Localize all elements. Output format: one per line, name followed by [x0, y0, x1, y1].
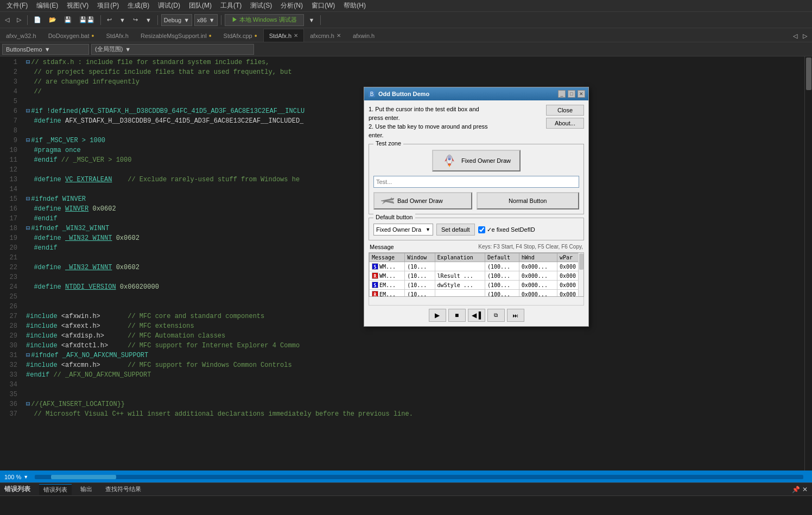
h-scrollbar-thumb[interactable]: [51, 475, 116, 479]
error-panel-pin-btn[interactable]: 📌: [792, 486, 800, 493]
dialog-top-row: 1. Put the cursor into the test edit box…: [369, 105, 584, 139]
toolbar-back-btn[interactable]: ◁: [2, 14, 12, 26]
set-default-button[interactable]: Set default: [436, 224, 475, 236]
checkbox-row: ✓e fixed SetDefID: [478, 226, 535, 233]
toolbar-open-btn[interactable]: 📂: [46, 14, 59, 26]
tab-scroll-left[interactable]: ◁: [790, 30, 800, 42]
toolbar-sep4: [221, 15, 221, 25]
menu-view[interactable]: 视图(V): [62, 0, 93, 11]
zoom-dropdown-icon[interactable]: ▼: [23, 474, 28, 480]
close-button[interactable]: Close: [546, 105, 584, 116]
toolbar-redo-drop-btn[interactable]: ▼: [143, 14, 154, 26]
skip-btn[interactable]: ⏭: [507, 309, 524, 322]
tab-afxwin[interactable]: afxwin.h: [347, 29, 380, 42]
tab-afxcmn[interactable]: afxcmn.h ✕: [304, 29, 347, 42]
bad-owner-draw-label: Bad Owner Draw: [397, 198, 443, 204]
message-table: Message Window Explanation Default hWnd …: [369, 253, 583, 297]
toolbar-sep2: [100, 15, 101, 25]
badge-r-2: R: [372, 291, 378, 297]
tab-stdafx-active[interactable]: StdAfx.h ✕: [263, 29, 304, 42]
error-tab-errors[interactable]: 错误列表: [39, 484, 72, 495]
menu-build[interactable]: 生成(B): [123, 0, 154, 11]
dialog-body: 1. Put the cursor into the test edit box…: [364, 100, 588, 326]
stop-btn[interactable]: ■: [448, 309, 466, 322]
scrollbar-thumb[interactable]: [806, 58, 811, 90]
dialog-minimize-btn[interactable]: _: [558, 90, 566, 98]
badge-s-1: S: [372, 263, 378, 270]
error-tab-find-symbols[interactable]: 查找符号结果: [101, 484, 145, 494]
error-tab-output[interactable]: 输出: [76, 484, 97, 494]
menu-help[interactable]: 帮助(H): [339, 0, 370, 11]
svg-marker-3: [445, 158, 447, 162]
code-line-37: // Microsoft Visual C++ will insert addi…: [26, 409, 804, 419]
test-input[interactable]: [373, 176, 579, 188]
menu-file[interactable]: 文件(F): [2, 0, 32, 11]
project-dropdown[interactable]: ButtonsDemo ▼: [2, 44, 89, 55]
toolbar-undo-drop-btn[interactable]: ▼: [117, 14, 128, 26]
line-numbers: 12345 678910 1112131415 1617181920 21222…: [0, 56, 22, 471]
dropdown-arrow-icon: ▼: [426, 227, 430, 232]
menu-debug[interactable]: 调试(D): [154, 0, 185, 11]
default-dropdown[interactable]: Fixed Owner Dra ▼: [373, 224, 433, 236]
bad-owner-draw-button[interactable]: Bad Owner Draw: [373, 192, 472, 209]
code-line-32: #include <afxcmn.h> // MFC support for W…: [26, 360, 804, 370]
scope-dropdown[interactable]: (全局范围) ▼: [91, 44, 254, 55]
menu-window[interactable]: 窗口(W): [307, 0, 339, 11]
error-panel-header: 错误列表 错误列表 输出 查找符号结果 📌 ✕: [0, 483, 812, 496]
editor-scrollbar[interactable]: [804, 56, 812, 471]
copy-btn[interactable]: ⧉: [487, 309, 505, 322]
dialog-title: Odd Button Demo: [378, 91, 556, 97]
play-btn[interactable]: ▶: [429, 309, 446, 322]
toolbar-save-all-btn[interactable]: 💾💾: [77, 14, 97, 26]
normal-button[interactable]: Normal Button: [477, 192, 580, 209]
run-dropdown-btn[interactable]: ▼: [306, 14, 318, 26]
dialog-icon: B: [367, 90, 376, 98]
test-zone-label: Test zone: [373, 140, 403, 147]
menu-tools[interactable]: 工具(T): [216, 0, 246, 11]
toolbar-undo-btn[interactable]: ↩: [104, 14, 115, 26]
code-line-1: ⊟// stdafx.h : include file for standard…: [26, 58, 804, 67]
error-panel-close-btn[interactable]: ✕: [802, 486, 808, 493]
toolbar-forward-btn[interactable]: ▷: [14, 14, 24, 26]
menu-team[interactable]: 团队(M): [185, 0, 216, 11]
code-line-33: #endif // _AFX_NO_AFXCMN_SUPPORT: [26, 370, 804, 380]
tab-dodoxygen[interactable]: DoDoxygen.bat •: [42, 29, 100, 42]
tab-resizable[interactable]: ResizableMsgSupport.inl •: [135, 29, 218, 42]
toolbar-redo-btn[interactable]: ↪: [130, 14, 141, 26]
statusbar: 100 % ▼: [0, 471, 812, 484]
fixed-owner-draw-button[interactable]: Fixed Owner Draw: [432, 150, 521, 171]
scopebar: ButtonsDemo ▼ (全局范围) ▼: [0, 42, 812, 56]
menu-project[interactable]: 项目(P): [93, 0, 123, 11]
code-line-36: ⊟//{AFX_INSERT_LOCATION}}: [26, 399, 804, 409]
horizontal-scrollbar[interactable]: [35, 475, 803, 479]
col-default: Default: [485, 253, 519, 262]
menu-analyze[interactable]: 分析(N): [276, 0, 307, 11]
tab-stdafx[interactable]: StdAfx.h: [100, 29, 135, 42]
dialog-close-btn[interactable]: ✕: [578, 90, 585, 98]
test-zone-groupbox: Test zone Fixe: [369, 144, 584, 214]
code-line-34: [26, 380, 804, 390]
arch-dropdown[interactable]: x86 ▼: [194, 14, 218, 26]
fixed-setdefid-checkbox[interactable]: [478, 226, 485, 233]
fixed-owner-draw-label: Fixed Owner Draw: [461, 157, 511, 164]
tab-scroll-right[interactable]: ▷: [800, 30, 810, 42]
toolbar-new-btn[interactable]: 📄: [31, 14, 44, 26]
error-panel-content: [0, 496, 812, 515]
about-button[interactable]: About...: [546, 118, 584, 129]
step-btn[interactable]: ◀▐: [468, 309, 485, 322]
message-label: Message: [370, 244, 394, 250]
table-scrollbar[interactable]: [578, 253, 583, 296]
config-dropdown[interactable]: Debug ▼: [161, 14, 192, 26]
tab-stdafx-cpp[interactable]: StdAfx.cpp •: [218, 29, 263, 42]
run-btn[interactable]: ▶ 本地 Windows 调试器: [225, 14, 304, 26]
toolbar-save-btn[interactable]: 💾: [61, 14, 74, 26]
tab-afxv[interactable]: afxv_w32.h: [0, 29, 42, 42]
toolbar-sep1: [27, 15, 28, 25]
table-scrollbar-thumb[interactable]: [579, 253, 583, 270]
col-hwnd: hWnd: [519, 253, 557, 262]
zoom-level: 100 %: [4, 474, 21, 480]
menu-edit[interactable]: 编辑(E): [32, 0, 62, 11]
menu-test[interactable]: 测试(S): [246, 0, 276, 11]
dialog-maximize-btn[interactable]: □: [568, 90, 575, 98]
svg-point-7: [448, 158, 451, 161]
